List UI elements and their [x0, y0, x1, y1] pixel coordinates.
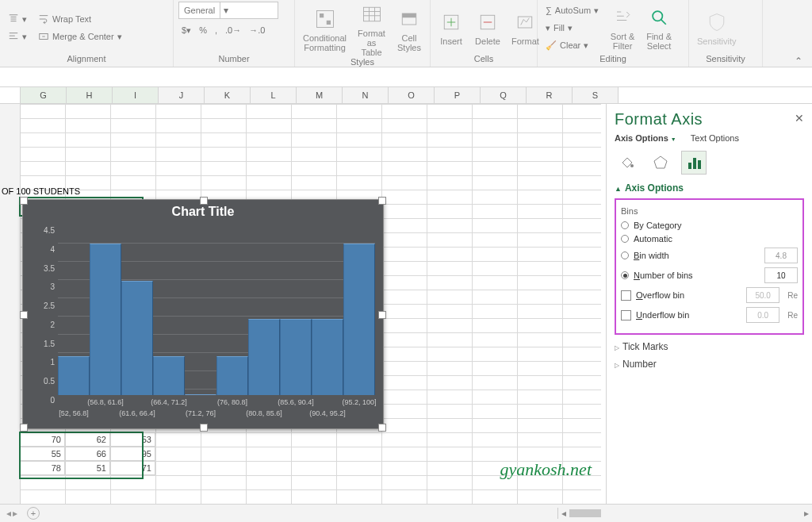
resize-handle[interactable]: [20, 311, 28, 319]
chart-bar[interactable]: [185, 394, 216, 395]
cell[interactable]: 78: [20, 461, 65, 475]
radio-by-category[interactable]: By Category: [621, 221, 798, 230]
column-header[interactable]: G: [21, 87, 67, 103]
cell[interactable]: 66: [65, 447, 110, 461]
chart-bar[interactable]: [343, 244, 375, 395]
column-header[interactable]: H: [67, 87, 113, 103]
fill-btn[interactable]: ▾ Fill ▾: [542, 20, 602, 36]
chart-bar[interactable]: [312, 319, 343, 395]
align-top-icon: [8, 13, 19, 25]
increase-decimal-btn[interactable]: .0→: [222, 22, 244, 38]
group-label-number: Number: [178, 54, 289, 67]
resize-handle[interactable]: [200, 424, 208, 432]
tab-text-options[interactable]: Text Options: [691, 133, 739, 143]
chart-object[interactable]: Chart Title 00.511.522.533.544.5 [52, 56…: [22, 199, 384, 429]
ribbon-group-styles: Conditional Formatting Format as Table C…: [295, 0, 431, 67]
find-select-btn[interactable]: Find & Select: [643, 5, 675, 51]
column-header[interactable]: S: [573, 87, 619, 103]
chart-plot-area[interactable]: [58, 225, 375, 395]
insert-btn[interactable]: Insert: [435, 10, 467, 46]
underflow-value[interactable]: 0.0: [746, 307, 779, 323]
sort-filter-btn[interactable]: Sort & Filter: [607, 5, 638, 51]
table-icon: [359, 2, 385, 27]
resize-handle[interactable]: [20, 424, 28, 432]
chart-x-axis[interactable]: [52, 56.8](56.8, 61.6](61.6, 66.4](66.4,…: [58, 398, 375, 425]
column-header[interactable]: M: [297, 87, 343, 103]
check-underflow-bin[interactable]: Underflow bin0.0Re: [621, 307, 798, 323]
column-header[interactable]: N: [343, 87, 389, 103]
chart-bar[interactable]: [58, 356, 90, 395]
cell[interactable]: 95: [110, 447, 155, 461]
format-as-table-btn[interactable]: Format as Table: [354, 2, 389, 57]
resize-handle[interactable]: [20, 197, 28, 205]
accounting-btn[interactable]: $▾: [178, 22, 194, 38]
close-panel-btn[interactable]: ✕: [795, 112, 804, 125]
worksheet-grid[interactable]: OF 100 STUDENTS 70 62 53 55 66 95 78 51 …: [0, 104, 601, 522]
cell[interactable]: 53: [110, 432, 155, 447]
column-header[interactable]: R: [527, 87, 573, 103]
merge-center-btn[interactable]: Merge & Center ▾: [35, 29, 125, 44]
column-header[interactable]: Q: [481, 87, 527, 103]
chart-bar[interactable]: [90, 244, 121, 395]
section-number[interactable]: ▷Number: [615, 359, 804, 370]
chart-bar[interactable]: [248, 319, 280, 395]
cell[interactable]: 62: [65, 432, 110, 447]
resize-handle[interactable]: [378, 311, 386, 319]
chart-bar[interactable]: [153, 356, 185, 395]
percent-btn[interactable]: %: [196, 22, 210, 38]
cell[interactable]: 71: [110, 461, 155, 475]
sheet-nav-prev[interactable]: ◂: [6, 508, 11, 519]
decrease-decimal-btn[interactable]: →.0: [246, 22, 268, 38]
autosum-btn[interactable]: ∑ AutoSum ▾: [542, 2, 602, 18]
align-top-btn[interactable]: ▾: [5, 11, 30, 27]
sheet-nav-next[interactable]: ▸: [13, 508, 17, 519]
new-sheet-btn[interactable]: +: [27, 507, 40, 520]
section-axis-options[interactable]: ▲Axis Options: [615, 182, 804, 194]
num-bins-value[interactable]: 10: [764, 267, 798, 283]
radio-bin-width[interactable]: Bin width4.8: [621, 248, 798, 263]
column-header[interactable]: P: [435, 87, 481, 103]
chart-bars: [58, 225, 375, 395]
clear-btn[interactable]: 🧹 Clear ▾: [542, 37, 602, 53]
cell-styles-btn[interactable]: Cell Styles: [393, 6, 425, 52]
resize-handle[interactable]: [200, 197, 208, 205]
resize-handle[interactable]: [378, 197, 386, 205]
row-headers[interactable]: [0, 104, 21, 522]
align-left-btn[interactable]: ▾: [5, 29, 30, 44]
comma-btn[interactable]: ,: [212, 22, 220, 38]
column-header[interactable]: K: [205, 87, 251, 103]
cell[interactable]: 51: [65, 461, 110, 475]
column-header[interactable]: L: [251, 87, 297, 103]
column-header[interactable]: I: [113, 87, 159, 103]
svg-rect-15: [698, 160, 701, 169]
collapse-ribbon-btn[interactable]: ⌃: [795, 56, 802, 67]
check-overflow-bin[interactable]: Overflow bin50.0Re: [621, 287, 798, 303]
cell[interactable]: 70: [20, 432, 65, 447]
section-tick-marks[interactable]: ▷Tick Marks: [615, 341, 804, 352]
panel-icon-fill[interactable]: [615, 151, 640, 175]
column-header[interactable]: J: [159, 87, 205, 103]
conditional-formatting-btn[interactable]: Conditional Formatting: [300, 6, 350, 52]
bin-width-value[interactable]: 4.8: [764, 248, 798, 263]
column-header[interactable]: O: [389, 87, 435, 103]
radio-number-of-bins[interactable]: Number of bins10: [621, 267, 798, 283]
chart-bar[interactable]: [280, 319, 312, 395]
sensitivity-icon: [704, 10, 730, 35]
tab-axis-options[interactable]: Axis Options▼: [615, 133, 676, 143]
radio-automatic[interactable]: Automatic: [621, 234, 798, 244]
formula-bar[interactable]: [0, 67, 812, 87]
panel-icon-effects[interactable]: [648, 151, 673, 175]
horizontal-scrollbar[interactable]: ◂▸: [557, 508, 812, 519]
delete-btn[interactable]: Delete: [472, 10, 504, 46]
number-format-combo[interactable]: General▾: [178, 2, 278, 19]
sensitivity-btn[interactable]: Sensitivity: [694, 10, 740, 46]
ribbon: ▾ ▾ Wrap Text Merge & Center ▾ Alignment…: [0, 0, 812, 67]
cell[interactable]: 55: [20, 447, 65, 461]
resize-handle[interactable]: [378, 424, 386, 432]
overflow-value[interactable]: 50.0: [746, 287, 779, 303]
chart-bar[interactable]: [121, 281, 153, 395]
wrap-text-btn[interactable]: Wrap Text: [35, 11, 125, 27]
panel-icon-axis[interactable]: [681, 151, 707, 175]
chart-bar[interactable]: [216, 356, 248, 395]
column-headers[interactable]: G H I J K L M N O P Q R S: [0, 87, 812, 104]
